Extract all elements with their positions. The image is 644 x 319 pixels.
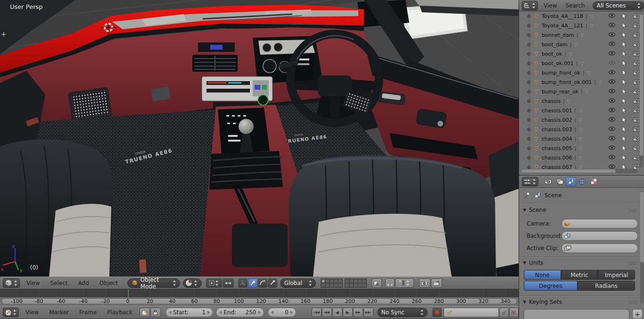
menu-select[interactable]: Select xyxy=(48,280,69,286)
units-radians-button[interactable]: Radians xyxy=(578,281,635,291)
expand-icon[interactable]: ⊕ xyxy=(526,145,532,151)
selectability-cursor-icon[interactable] xyxy=(622,23,627,28)
visibility-eye-icon[interactable] xyxy=(609,42,615,47)
end-frame-field[interactable]: End: 250 xyxy=(216,308,264,317)
renderability-camera-icon[interactable] xyxy=(633,32,640,38)
shading-dropdown[interactable] xyxy=(183,278,202,288)
expand-icon[interactable]: ⊕ xyxy=(526,89,532,95)
scale-manipulator-button[interactable] xyxy=(268,278,277,288)
renderability-camera-icon[interactable] xyxy=(633,70,640,76)
renderability-camera-icon[interactable] xyxy=(633,155,640,160)
expand-icon[interactable]: ⊕ xyxy=(526,13,532,19)
expand-icon[interactable]: ⊕ xyxy=(526,108,532,114)
scenes-dropdown[interactable]: All Scenes xyxy=(593,1,644,10)
renderability-camera-icon[interactable] xyxy=(633,89,640,94)
visibility-eye-icon[interactable] xyxy=(609,126,615,132)
expand-icon[interactable]: ⊕ xyxy=(526,42,532,48)
visibility-eye-icon[interactable] xyxy=(609,155,615,160)
object-name[interactable]: Toyota_4A__118 xyxy=(542,13,583,19)
expand-icon[interactable]: ⊕ xyxy=(526,79,532,85)
visibility-eye-icon[interactable] xyxy=(609,145,615,151)
expand-icon[interactable]: ⊕ xyxy=(526,60,532,67)
renderability-camera-icon[interactable] xyxy=(633,42,640,47)
expand-icon[interactable]: ⊕ xyxy=(526,117,532,123)
prev-keyframe-button[interactable]: ◀◀ xyxy=(322,308,332,317)
keying-set-selector[interactable] xyxy=(444,308,499,317)
object-name[interactable]: boot_ok.001 xyxy=(542,60,574,67)
selectability-cursor-icon[interactable] xyxy=(622,79,627,85)
renderability-camera-icon[interactable] xyxy=(633,98,640,104)
background-field[interactable] xyxy=(561,231,638,241)
units-degrees-button[interactable]: Degrees xyxy=(524,281,578,291)
outliner-tree[interactable]: ⊕ ▽ Toyota_4A__118 | ▽ xyxy=(519,11,644,169)
visibility-eye-icon[interactable] xyxy=(609,89,615,94)
tl-menu-frame[interactable]: Frame xyxy=(77,309,99,316)
expand-icon[interactable]: ⊕ xyxy=(526,98,532,104)
outliner-row[interactable]: ⊕ ▽ bump_rear_ok | ▽ xyxy=(519,87,644,96)
units-imperial-button[interactable]: Imperial xyxy=(598,270,635,280)
renderability-camera-icon[interactable] xyxy=(633,164,640,169)
renderability-camera-icon[interactable] xyxy=(633,60,640,66)
renderability-camera-icon[interactable] xyxy=(633,13,640,19)
object-name[interactable]: boot_ok xyxy=(542,51,562,57)
object-name[interactable]: chassis.005 xyxy=(542,145,572,151)
selectability-cursor-icon[interactable] xyxy=(622,32,627,38)
outliner-row[interactable]: ⊕ ▽ chassis.003 | ▽ xyxy=(519,125,644,134)
visibility-eye-icon[interactable] xyxy=(609,164,615,169)
tab-texture[interactable] xyxy=(588,177,599,186)
layer-cell-active[interactable] xyxy=(321,279,325,283)
renderability-camera-icon[interactable] xyxy=(633,136,640,142)
properties-vertical-scrollbar[interactable] xyxy=(640,191,644,303)
expand-icon[interactable]: ⊕ xyxy=(526,32,532,38)
outliner-row[interactable]: ⊕ ▽ Toyota_4A__118 | ▽ xyxy=(519,11,644,21)
mode-dropdown[interactable]: Object Mode xyxy=(127,278,180,288)
object-name[interactable]: bump_front_ok xyxy=(542,70,580,76)
tl-menu-marker[interactable]: Marker xyxy=(47,309,70,316)
outliner-row[interactable]: ⊕ ▽ boot_dam | ▽ xyxy=(519,40,644,49)
object-name[interactable]: bonnet_dam xyxy=(542,32,574,38)
selectability-cursor-icon[interactable] xyxy=(622,145,627,151)
selectability-cursor-icon[interactable] xyxy=(622,164,627,169)
outliner-row[interactable]: ⊕ ▽ bump_front_ok | ▽ xyxy=(519,68,644,77)
timeline-editor-type-button[interactable] xyxy=(3,308,19,317)
outliner-row[interactable]: ⊕ ▽ chassis.007 | ▽ xyxy=(519,162,644,169)
orientation-dropdown[interactable]: Global xyxy=(280,278,316,288)
outliner-row[interactable]: ⊕ ▽ chassis.005 | ▽ xyxy=(519,143,644,153)
delete-keyframe-button[interactable] xyxy=(509,308,519,317)
translate-manipulator-button[interactable] xyxy=(248,278,257,288)
insert-keyframe-button[interactable] xyxy=(499,308,509,317)
renderability-camera-icon[interactable] xyxy=(633,23,640,28)
renderability-camera-icon[interactable] xyxy=(633,79,640,85)
properties-editor-type-button[interactable] xyxy=(522,177,538,186)
renderability-camera-icon[interactable] xyxy=(633,126,640,132)
visibility-eye-icon[interactable] xyxy=(609,13,615,19)
expand-icon[interactable]: ⊕ xyxy=(526,51,532,57)
tl-menu-playback[interactable]: Playback xyxy=(105,309,134,316)
viewport-canvas[interactable]: TOYOTA TRUENO AE86 TOYOTA TRUENO AE86 xyxy=(0,0,519,277)
rotate-manipulator-button[interactable] xyxy=(258,278,267,288)
scene-panel-header[interactable]: ▼ Scene xyxy=(523,207,546,213)
expand-icon[interactable]: ⊕ xyxy=(526,126,532,133)
menu-add[interactable]: Add xyxy=(76,280,91,286)
editor-type-button[interactable] xyxy=(3,278,20,288)
timeline-canvas[interactable]: -100-80-60-40-20020406080100120140160180… xyxy=(0,289,519,306)
lock-time-toggle[interactable] xyxy=(150,308,161,317)
outliner-editor-type-button[interactable] xyxy=(522,1,538,10)
start-frame-field[interactable]: Start: 1 xyxy=(165,308,213,317)
outliner-row[interactable]: ⊕ ▽ boot_ok.001 | ▽ xyxy=(519,59,644,68)
object-name[interactable]: chassis.003 xyxy=(542,126,572,133)
outliner-row[interactable]: ⊕ ▽ chassis.004 | ▽ xyxy=(519,134,644,143)
visibility-eye-icon[interactable] xyxy=(609,51,615,57)
timeline-band[interactable] xyxy=(0,289,519,297)
visibility-eye-icon[interactable] xyxy=(609,23,615,28)
lock-to-scene-button[interactable] xyxy=(372,278,382,288)
visibility-eye-icon[interactable] xyxy=(609,117,615,123)
outliner-row[interactable]: ⊕ ▽ Toyota_4A__121 | ▽ xyxy=(519,21,644,30)
menu-view[interactable]: View xyxy=(25,280,41,286)
object-name[interactable]: chassis.002 xyxy=(542,117,572,123)
object-name[interactable]: bump_front_ok.001 xyxy=(542,79,592,85)
outliner-vertical-scrollbar[interactable] xyxy=(640,13,643,167)
selectability-cursor-icon[interactable] xyxy=(622,42,627,47)
preview-range-toggle[interactable] xyxy=(140,308,150,317)
selectability-cursor-icon[interactable] xyxy=(622,98,627,104)
